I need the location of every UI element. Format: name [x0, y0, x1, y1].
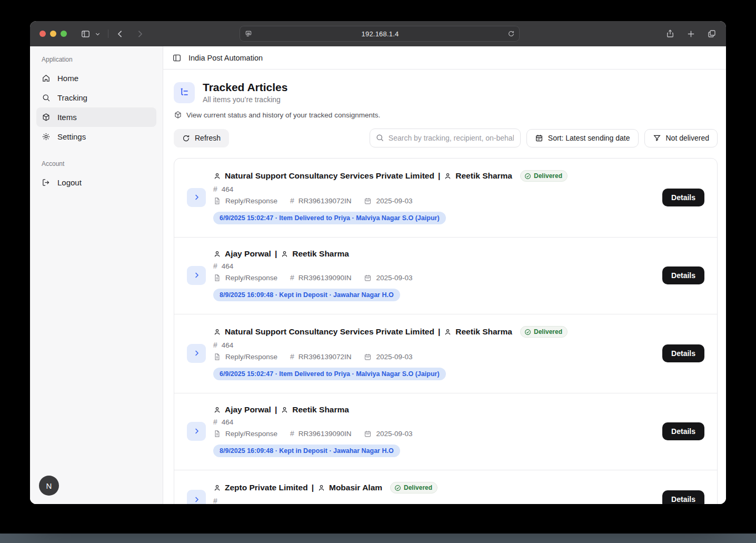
minimize-window-button[interactable] [50, 31, 56, 37]
sidebar-item-label: Items [57, 113, 77, 122]
delivered-label: Delivered [534, 328, 562, 335]
info-text: View current status and history of your … [186, 111, 380, 119]
recipient-name: Reetik Sharma [455, 327, 512, 337]
expand-row-button[interactable] [187, 344, 206, 363]
list-tree-icon [174, 82, 195, 103]
name-separator: | [312, 483, 314, 492]
meta-line: Reply/Response # RR396139072IN [213, 196, 568, 205]
details-button[interactable]: Details [662, 189, 704, 206]
page-settings-icon[interactable] [244, 29, 253, 38]
hash-icon: # [290, 273, 294, 282]
filter-label: Not delivered [666, 134, 710, 142]
sidebar-section-application: Application [42, 56, 156, 63]
person-icon [281, 406, 289, 414]
tracking-number: RR396139072IN [299, 353, 352, 361]
package-icon [42, 113, 51, 122]
back-icon[interactable] [116, 29, 125, 38]
details-button[interactable]: Details [662, 422, 704, 440]
consignment-type: Reply/Response [225, 197, 277, 205]
refresh-button[interactable]: Refresh [174, 129, 229, 147]
sidebar-item-items[interactable]: Items [36, 107, 156, 127]
status-pill: 6/9/2025 15:02:47 · Item Delivered to Pr… [213, 368, 446, 380]
search-box [370, 129, 521, 147]
expand-row-button[interactable] [187, 490, 206, 504]
document-icon [213, 430, 221, 438]
check-circle-icon [524, 173, 531, 180]
person-icon [444, 172, 452, 180]
sidebar-item-tracking[interactable]: Tracking [36, 88, 156, 107]
zoom-window-button[interactable] [61, 31, 67, 37]
close-window-button[interactable] [39, 31, 46, 37]
expand-row-button[interactable] [187, 266, 206, 285]
calendar-icon [364, 353, 372, 361]
meta-line: Reply/Response # RR396139072IN [213, 352, 568, 361]
calendar-icon [535, 134, 543, 142]
titlebar-divider [108, 29, 108, 38]
consignment-type: Reply/Response [225, 353, 277, 361]
tracking-number: RR396139090IN [299, 274, 352, 282]
document-icon [213, 274, 221, 282]
consignment-type: Reply/Response [225, 430, 277, 438]
item-count: 464 [222, 418, 234, 426]
sidebar-item-settings[interactable]: Settings [36, 127, 156, 146]
address-bar[interactable]: 192.168.1.4 [240, 26, 520, 42]
expand-row-button[interactable] [187, 188, 206, 207]
sidebar-item-label: Home [57, 74, 78, 83]
share-icon[interactable] [665, 29, 675, 38]
sort-label: Sort: Latest sending date [548, 134, 630, 142]
calendar-icon [364, 430, 372, 438]
search-icon [42, 93, 51, 102]
home-icon [42, 74, 51, 83]
person-icon [213, 172, 221, 180]
hash-icon: # [290, 196, 294, 205]
document-icon [213, 353, 221, 361]
sidebar-item-label: Tracking [57, 93, 87, 102]
search-input[interactable] [370, 129, 521, 147]
status-pill: 6/9/2025 15:02:47 · Item Delivered to Pr… [213, 212, 446, 224]
item-count: 464 [222, 185, 234, 193]
name-separator: | [438, 171, 440, 181]
hash-icon: # [213, 262, 217, 270]
panel-toggle-icon[interactable] [172, 53, 182, 63]
status-pill: 8/9/2025 16:09:48 · Kept in Deposit · Ja… [213, 445, 400, 457]
funnel-icon [653, 134, 661, 142]
page-header: Tracked Articles All items you’re tracki… [174, 81, 718, 104]
sender-name: Zepto Private Limited [225, 483, 308, 492]
status-pill: 8/9/2025 16:09:48 · Kept in Deposit · Ja… [213, 289, 400, 301]
reload-icon[interactable] [508, 30, 515, 37]
calendar-icon [364, 197, 372, 205]
hash-icon: # [213, 497, 217, 504]
avatar[interactable]: N [39, 476, 59, 496]
page-title: Tracked Articles [203, 81, 287, 94]
hash-icon: # [213, 185, 217, 193]
sidebar-item-label: Settings [57, 132, 86, 141]
sidebar-item-logout[interactable]: Logout [36, 173, 156, 192]
person-icon [213, 484, 221, 492]
browser-titlebar: 192.168.1.4 [30, 21, 726, 46]
url-text[interactable]: 192.168.1.4 [253, 30, 508, 38]
expand-row-button[interactable] [187, 422, 206, 441]
sending-date: 2025-09-03 [376, 430, 412, 438]
tab-overview-icon[interactable] [707, 29, 717, 38]
hash-icon: # [290, 352, 294, 361]
sidebar-chevron-down-icon[interactable] [95, 31, 101, 37]
new-tab-icon[interactable] [687, 29, 695, 38]
sort-button[interactable]: Sort: Latest sending date [526, 129, 639, 147]
details-button[interactable]: Details [662, 490, 704, 504]
gear-icon [42, 132, 51, 141]
sender-name: Ajay Porwal [225, 249, 271, 259]
count-line: # [213, 497, 437, 504]
sidebar-item-home[interactable]: Home [36, 68, 156, 88]
details-button[interactable]: Details [662, 344, 704, 362]
name-separator: | [275, 405, 277, 414]
meta-line: Reply/Response # RR396139090IN [213, 429, 413, 438]
person-icon [213, 250, 221, 258]
forward-icon[interactable] [135, 29, 144, 38]
hash-icon: # [213, 418, 217, 426]
browser-sidebar-toggle-icon[interactable] [81, 29, 91, 39]
hash-icon: # [290, 429, 294, 438]
filter-button[interactable]: Not delivered [644, 129, 718, 147]
info-line: View current status and history of your … [174, 111, 718, 119]
tracked-articles-list: Natural Support Consultancy Services Pri… [174, 158, 718, 504]
details-button[interactable]: Details [662, 266, 704, 284]
